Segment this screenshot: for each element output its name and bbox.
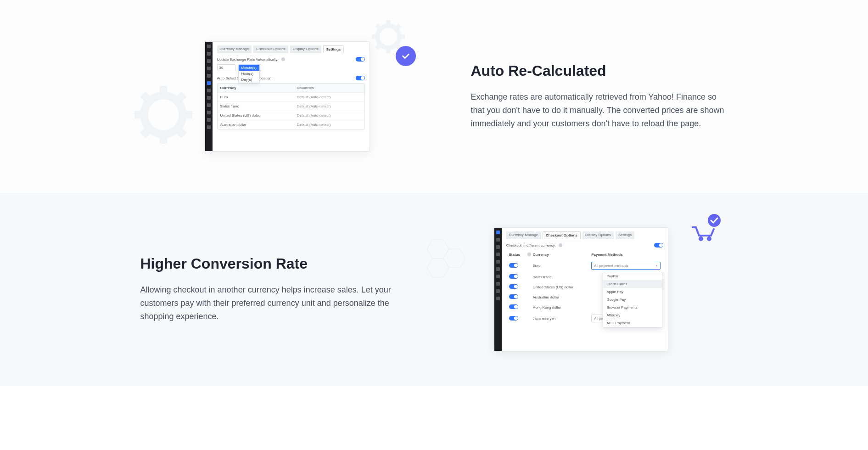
dropdown-option: ACH Payment [603,319,662,327]
dropdown-option: Browser Payments [603,304,662,311]
check-badge-icon [396,46,416,66]
dropdown-option: Apple Pay [603,288,662,296]
cell-countries: Default (Auto-detect) [294,93,364,101]
svg-line-16 [177,94,184,101]
cell-currency: Japanese yen [530,314,589,323]
mock-tab: Checkout Options [253,45,288,53]
svg-point-9 [144,96,183,134]
mock-tabs: Currency Manage Checkout Options Display… [217,45,365,53]
mock-tabs: Currency Manage Checkout Options Display… [506,231,663,239]
info-icon [281,57,285,61]
illustration-conversion: Currency Manage Checkout Options Display… [434,220,728,358]
toggle-icon [509,304,518,309]
payment-select: All payment methods▾ [591,262,660,270]
dropdown-option: Hour(s) [239,71,259,77]
feature-body: Exchange rates are automatically retriev… [471,90,728,130]
cell-currency: United States (US) dollar [218,111,294,120]
cell-countries: Default (Auto-detect) [294,102,364,111]
feature-heading: Auto Re-Calculated [471,62,728,79]
mock-tab-active: Checkout Options [543,231,581,239]
feature-section-auto-recalc: Currency Manage Checkout Options Display… [0,0,868,193]
mock-table: Currency Countries EuroDefault (Auto-det… [217,83,365,129]
th-status: Status [506,250,525,259]
mock-settings-panel: Currency Manage Checkout Options Display… [205,41,370,152]
svg-line-15 [177,129,184,135]
svg-point-21 [708,214,721,227]
illustration-auto-recalc: Currency Manage Checkout Options Display… [140,28,434,165]
dropdown-option: Credit Cards [603,280,662,288]
toggle-icon [509,294,518,299]
cell-currency: Euro [530,261,589,270]
info-icon [559,243,562,247]
feature-body: Allowing checkout in another currency he… [140,283,398,323]
dropdown-option: PayPal [603,272,662,280]
svg-point-23 [708,237,711,240]
cell-currency: Euro [218,93,294,101]
svg-line-17 [143,129,149,135]
dropdown-option: Minute(s) [239,65,259,71]
mock-tab-active: Settings [323,45,344,53]
mock-checkout-panel: Currency Manage Checkout Options Display… [494,227,668,351]
cell-countries: Default (Auto-detect) [294,111,364,120]
cart-check-icon [689,214,721,243]
honeycomb-icon [416,234,471,289]
toggle-icon [509,274,518,279]
mock-tab: Currency Manage [217,45,252,53]
mock-tab: Currency Manage [506,231,541,239]
th-payment: Payment Methods [588,250,663,259]
svg-line-14 [143,94,149,101]
cell-currency: Australian dollar [218,120,294,129]
svg-point-22 [700,237,702,240]
svg-marker-19 [443,249,465,268]
feature-text: Auto Re-Calculated Exchange rates are au… [471,62,728,130]
toggle-icon [509,316,518,321]
feature-text: Higher Conversion Rate Allowing checkout… [140,255,398,323]
cell-currency: Hong Kong dollar [530,303,589,312]
svg-line-5 [376,25,380,28]
mock-sidebar [205,42,213,151]
svg-marker-20 [427,259,449,277]
th-countries: Countries [294,84,364,92]
svg-marker-18 [427,240,449,259]
toggle-icon [509,263,518,268]
svg-line-7 [396,25,400,28]
th-currency: Currency [218,84,294,92]
th-currency: Currency [530,250,589,259]
feature-section-conversion: Currency Manage Checkout Options Display… [0,193,868,386]
toggle-icon [654,243,663,248]
mock-label: Update Exchange Rate Automatically: [217,57,279,62]
toggle-icon [356,57,365,62]
payment-dropdown: PayPal Credit Cards Apple Pay Google Pay… [603,272,662,327]
feature-heading: Higher Conversion Rate [140,255,398,272]
mock-label: Checkout in different currency: [506,243,556,248]
cell-currency: United States (US) dollar [530,283,589,292]
dropdown-option: Day(s) [239,77,259,83]
interval-input: 30 [217,64,235,71]
svg-point-0 [377,26,399,48]
gear-icon [131,83,196,147]
mock-tab: Settings [616,231,634,239]
toggle-icon [356,76,365,80]
toggle-icon [509,284,518,289]
mock-tab: Display Options [582,231,614,239]
dropdown-option: Google Pay [603,296,662,304]
unit-dropdown: Minute(s) Hour(s) Day(s) [238,64,260,83]
dropdown-option: Afterpay [603,311,662,319]
mock-sidebar [494,228,502,351]
mock-tab: Display Options [290,45,321,53]
cell-currency: Australian dollar [530,293,589,302]
cell-countries: Default (Auto-detect) [294,120,364,129]
cell-currency: Swiss franc [530,273,589,281]
cell-currency: Swiss franc [218,102,294,111]
svg-line-8 [376,45,380,49]
